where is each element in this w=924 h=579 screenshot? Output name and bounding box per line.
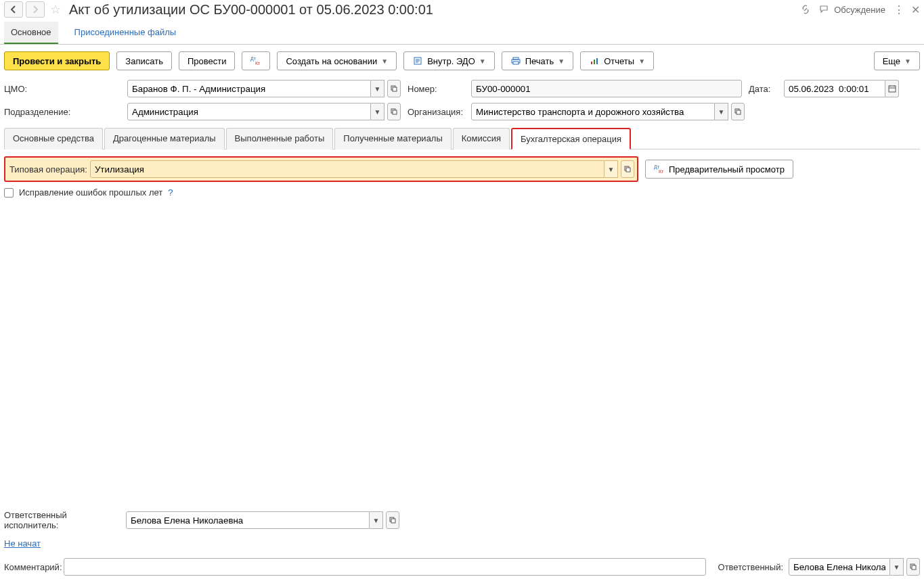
dtct-icon: ДтКт	[250, 55, 261, 66]
tmo-label: ЦМО:	[4, 84, 120, 94]
caret-down-icon: ▼	[479, 57, 486, 65]
data-label: Дата:	[749, 84, 777, 94]
org-label: Организация:	[408, 107, 464, 117]
caret-down-icon: ▼	[904, 57, 911, 65]
print-label: Печать	[525, 56, 554, 66]
titlebar: ☆ Акт об утилизации ОС БУ00-000001 от 05…	[0, 0, 924, 22]
svg-rect-23	[912, 565, 916, 570]
create-based-button[interactable]: Создать на основании ▼	[277, 51, 397, 70]
calendar-icon[interactable]	[885, 80, 899, 97]
org-field-group: ▼	[471, 103, 745, 120]
subtab-precious[interactable]: Драгоценные материалы	[104, 128, 225, 149]
svg-rect-15	[736, 110, 741, 114]
create-based-label: Создать на основании	[286, 56, 377, 66]
save-button[interactable]: Записать	[116, 51, 172, 70]
arrow-left-icon	[9, 5, 18, 14]
link-icon[interactable]	[800, 4, 811, 15]
podr-dropdown[interactable]: ▼	[371, 103, 384, 120]
svg-rect-10	[393, 87, 397, 91]
responsible-dropdown[interactable]: ▼	[890, 558, 904, 576]
podr-open-icon[interactable]	[387, 103, 401, 120]
svg-rect-6	[591, 62, 592, 64]
typical-op-input[interactable]	[90, 160, 604, 178]
resp-exec-input[interactable]	[126, 511, 370, 529]
not-started-link[interactable]: Не начат	[4, 538, 41, 549]
navtab-files[interactable]: Присоединенные файлы	[68, 22, 183, 44]
fix-errors-checkbox[interactable]	[4, 188, 14, 198]
preview-label: Предварительный просмотр	[669, 164, 785, 175]
post-button[interactable]: Провести	[179, 51, 236, 70]
svg-rect-8	[596, 58, 598, 64]
tmo-input[interactable]	[127, 80, 371, 97]
post-and-close-button[interactable]: Провести и закрыть	[4, 51, 110, 70]
svg-rect-13	[393, 110, 397, 114]
fix-errors-row: Исправление ошибок прошлых лет ?	[4, 187, 920, 198]
subtab-commission[interactable]: Комиссия	[453, 128, 510, 149]
podr-label: Подразделение:	[4, 107, 120, 117]
dtct-icon: ДтКт	[654, 164, 665, 175]
typical-op-label: Типовая операция:	[8, 164, 90, 175]
tmo-dropdown[interactable]: ▼	[371, 80, 384, 97]
edo-label: Внутр. ЭДО	[427, 56, 475, 66]
data-field-group	[784, 80, 899, 97]
typical-op-dropdown[interactable]: ▼	[604, 160, 618, 178]
subtab-accounting[interactable]: Бухгалтерская операция	[511, 128, 631, 149]
comment-label: Комментарий:	[4, 562, 58, 572]
svg-rect-7	[594, 60, 595, 64]
org-open-icon[interactable]	[731, 103, 745, 120]
favorite-star-icon[interactable]: ☆	[50, 2, 61, 17]
nomer-input[interactable]	[471, 80, 742, 97]
reports-label: Отчеты	[604, 56, 634, 66]
navtab-main[interactable]: Основное	[4, 22, 58, 44]
close-icon[interactable]: ✕	[911, 3, 920, 16]
nomer-label: Номер:	[408, 84, 464, 94]
svg-text:Кт: Кт	[659, 169, 664, 174]
resp-exec-dropdown[interactable]: ▼	[370, 511, 383, 529]
subtab-main-assets[interactable]: Основные средства	[4, 128, 103, 149]
kebab-menu-icon[interactable]: ⋮	[894, 3, 903, 16]
podr-input[interactable]	[127, 103, 371, 120]
org-input[interactable]	[471, 103, 715, 120]
arrow-right-icon	[31, 5, 39, 14]
print-icon	[510, 55, 521, 66]
responsible-open-icon[interactable]	[906, 558, 920, 576]
chat-icon	[819, 4, 830, 15]
caret-down-icon: ▼	[558, 57, 565, 65]
more-label: Еще	[883, 56, 900, 66]
tmo-open-icon[interactable]	[387, 80, 401, 97]
toolbar: Провести и закрыть Записать Провести ДтК…	[0, 45, 924, 77]
caret-down-icon: ▼	[381, 57, 388, 65]
tmo-field-group: ▼	[127, 80, 401, 97]
edo-button[interactable]: Внутр. ЭДО ▼	[403, 51, 495, 70]
resp-exec-label: Ответственный исполнитель:	[4, 510, 120, 530]
reports-button[interactable]: Отчеты ▼	[580, 51, 654, 70]
edo-icon	[412, 55, 423, 66]
comment-input[interactable]	[64, 558, 706, 576]
nav-back-button[interactable]	[4, 1, 23, 18]
resp-exec-open-icon[interactable]	[386, 511, 399, 529]
caret-down-icon: ▼	[638, 57, 645, 65]
svg-rect-11	[889, 86, 896, 92]
print-button[interactable]: Печать ▼	[502, 51, 574, 70]
subtab-materials[interactable]: Полученные материалы	[334, 128, 452, 149]
more-button[interactable]: Еще ▼	[874, 51, 920, 70]
org-dropdown[interactable]: ▼	[715, 103, 728, 120]
typical-operation-box: Типовая операция: ▼	[4, 156, 638, 182]
preview-button[interactable]: ДтКт Предварительный просмотр	[645, 160, 793, 179]
nav-forward-button[interactable]	[26, 1, 45, 18]
svg-rect-17	[626, 168, 630, 172]
typical-op-open-icon[interactable]	[621, 160, 634, 178]
nav-tabs: Основное Присоединенные файлы	[0, 22, 924, 45]
discussion-button[interactable]: Обсуждение	[819, 4, 885, 15]
help-icon[interactable]: ?	[168, 187, 173, 198]
responsible-input[interactable]	[789, 558, 890, 576]
subtabs: Основные средства Драгоценные материалы …	[4, 127, 920, 149]
responsible-label: Ответственный:	[718, 562, 783, 572]
page-title: Акт об утилизации ОС БУ00-000001 от 05.0…	[69, 2, 433, 18]
subtab-works[interactable]: Выполненные работы	[226, 128, 334, 149]
fix-errors-label: Исправление ошибок прошлых лет	[19, 187, 162, 198]
svg-rect-5	[513, 62, 519, 64]
data-input[interactable]	[784, 80, 885, 97]
podr-field-group: ▼	[127, 103, 401, 120]
dtct-button[interactable]: ДтКт	[242, 51, 270, 70]
